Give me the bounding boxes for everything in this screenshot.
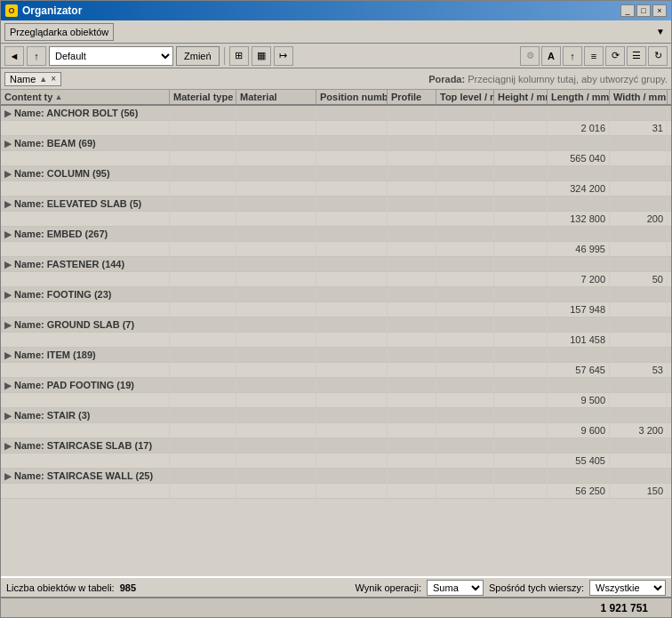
summary-length: 157 948 — [548, 302, 610, 317]
summary-row: 55 405 — [1, 453, 671, 469]
summary-width — [610, 393, 668, 407]
expand-arrow[interactable]: ▶ — [4, 108, 12, 118]
col-header-height[interactable]: Height / mm — [494, 90, 548, 104]
table-body[interactable]: ▶ Name: ANCHOR BOLT (56)2 01631▶ Name: B… — [1, 106, 671, 576]
expand-arrow[interactable]: ▶ — [4, 471, 12, 481]
summary-row: 565 040 — [1, 151, 671, 166]
close-button[interactable]: × — [652, 4, 667, 17]
table-row[interactable]: ▶ Name: FOOTING (23) — [1, 287, 671, 302]
export-icon-button[interactable]: ↦ — [274, 46, 293, 66]
operation-select[interactable]: Suma Średnia Min Max — [427, 580, 484, 596]
col-header-material[interactable]: Material — [236, 90, 316, 104]
table-row[interactable]: ▶ Name: ANCHOR BOLT (56) — [1, 106, 671, 121]
table-row[interactable]: ▶ Name: COLUMN (95) — [1, 166, 671, 181]
summary-length: 46 995 — [548, 242, 610, 256]
filter-icon-button[interactable]: ⚙ — [520, 46, 540, 66]
arrow-icon-button[interactable]: ↑ — [27, 46, 46, 66]
reset-icon-button[interactable]: ↻ — [648, 46, 668, 66]
summary-row: 57 64553 — [1, 363, 671, 378]
objects-count: 985 — [120, 582, 136, 593]
expand-arrow[interactable]: ▶ — [4, 441, 12, 451]
expand-arrow[interactable]: ▶ — [4, 169, 12, 179]
summary-width: 31 — [610, 121, 668, 135]
rows-label: Spośród tych wierszy: — [489, 582, 584, 593]
sort-arrow-icon: ▲ — [39, 75, 47, 84]
minimize-button[interactable]: _ — [620, 4, 635, 17]
summary-width: 50 — [610, 272, 668, 286]
table-header: Content ty ▲ Material type Material Posi… — [1, 90, 671, 106]
toolbar-row-1: Przeglądarka obiektów ▼ — [1, 20, 671, 44]
app-icon: O — [5, 4, 18, 17]
table-row[interactable]: ▶ Name: ELEVATED SLAB (5) — [1, 197, 671, 212]
col-header-mattype[interactable]: Material type — [170, 90, 236, 104]
sort-arrow-content: ▲ — [54, 92, 62, 101]
expand-arrow[interactable]: ▶ — [4, 381, 12, 390]
summary-length: 9 500 — [548, 393, 610, 407]
table-icon-button[interactable]: ▦ — [252, 46, 271, 66]
expand-arrow[interactable]: ▶ — [4, 139, 12, 148]
rows-select[interactable]: Wszystkie Zaznaczone — [589, 580, 666, 596]
summary-row: 2 01631 — [1, 121, 671, 136]
summary-length: 101 458 — [548, 333, 610, 347]
summary-length: 2 016 — [548, 121, 610, 135]
expand-arrow[interactable]: ▶ — [4, 199, 12, 209]
table-row[interactable]: ▶ Name: STAIRCASE WALL (25) — [1, 469, 671, 484]
title-bar-controls: _ □ × — [620, 4, 667, 17]
table-row[interactable]: ▶ Name: GROUND SLAB (7) — [1, 317, 671, 333]
table-row[interactable]: ▶ Name: STAIRCASE SLAB (17) — [1, 438, 671, 453]
summary-length: 57 645 — [548, 363, 610, 377]
toolbar-row-2: ◄ ↑ Default Zmień ⊞ ▦ ↦ ⚙ A ↑ ≡ ⟳ ☰ ↻ — [1, 44, 671, 68]
summary-row: 9 6003 200 — [1, 423, 671, 438]
back-icon-button[interactable]: ◄ — [4, 46, 24, 66]
table-row[interactable]: ▶ Name: ITEM (189) — [1, 348, 671, 363]
summary-row: 7 20050 — [1, 272, 671, 287]
status-bar: Liczba obiektów w tabeli: 985 Wynik oper… — [1, 576, 671, 598]
summary-length: 565 040 — [548, 151, 610, 165]
name-tag-close-button[interactable]: × — [51, 74, 56, 84]
col-header-content[interactable]: Content ty ▲ — [1, 90, 170, 104]
table-row[interactable]: ▶ Name: STAIR (3) — [1, 408, 671, 423]
col-header-posnum[interactable]: Position number — [316, 90, 388, 104]
expand-arrow[interactable]: ▶ — [4, 320, 12, 330]
expand-arrow[interactable]: ▶ — [4, 290, 12, 300]
menu-icon-button[interactable]: ☰ — [627, 46, 646, 66]
summary-row: 9 500 — [1, 393, 671, 408]
col-header-width[interactable]: Width / mm — [610, 90, 668, 104]
summary-width — [610, 181, 668, 196]
grid-icon-button[interactable]: ⊞ — [229, 46, 249, 66]
browse-objects-button[interactable]: Przeglądarka obiektów — [4, 23, 114, 41]
summary-row: 132 800200 — [1, 212, 671, 227]
summary-length: 324 200 — [548, 181, 610, 196]
expand-arrow[interactable]: ▶ — [4, 229, 12, 239]
expand-arrow[interactable]: ▶ — [4, 260, 12, 269]
maximize-button[interactable]: □ — [636, 4, 651, 17]
table-row[interactable]: ▶ Name: EMBED (267) — [1, 227, 671, 242]
separator-1 — [224, 47, 225, 65]
table-row[interactable]: ▶ Name: PAD FOOTING (19) — [1, 378, 671, 393]
change-button[interactable]: Zmień — [176, 46, 220, 66]
summary-width — [610, 333, 668, 347]
summary-width — [610, 242, 668, 256]
profile-dropdown[interactable]: Default — [49, 46, 173, 66]
summary-width — [610, 151, 668, 165]
font-a-button[interactable]: A — [541, 46, 561, 66]
summary-length: 9 600 — [548, 423, 610, 437]
table-row[interactable]: ▶ Name: BEAM (69) — [1, 136, 671, 151]
col-header-toplevel[interactable]: Top level / mm — [436, 90, 494, 104]
expand-arrow[interactable]: ▶ — [4, 411, 12, 421]
hint-label: Porada: — [428, 74, 465, 84]
dropdown-arrow-icon[interactable]: ▼ — [653, 25, 668, 39]
list-icon-button[interactable]: ≡ — [584, 46, 604, 66]
table-row[interactable]: ▶ Name: FASTENER (144) — [1, 257, 671, 272]
window-title: Organizator — [22, 4, 82, 17]
col-header-length[interactable]: Length / mm — [548, 90, 610, 104]
main-window: O Organizator _ □ × Przeglądarka obiektó… — [0, 0, 672, 618]
summary-width: 3 200 — [610, 423, 668, 437]
refresh-icon-button[interactable]: ⟳ — [605, 46, 625, 66]
expand-arrow[interactable]: ▶ — [4, 350, 12, 360]
summary-width: 200 — [610, 212, 668, 226]
summary-length: 7 200 — [548, 272, 610, 286]
col-header-profile[interactable]: Profile — [388, 90, 436, 104]
name-tag-label: Name — [10, 74, 36, 84]
up-arrow-button[interactable]: ↑ — [563, 46, 582, 66]
